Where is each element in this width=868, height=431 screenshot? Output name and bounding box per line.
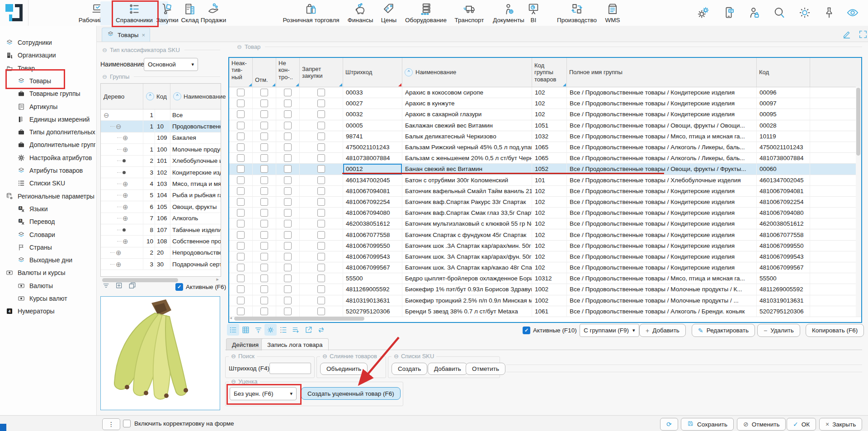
product-row[interactable]: 4811269005592Биокефир 1% пэт/бут 0.93л Б… <box>229 284 861 295</box>
cell-full-group[interactable]: Все / Продовольственные товары / Алкогол… <box>567 306 757 317</box>
cancel-button[interactable]: ⊘Отменить <box>737 418 786 431</box>
product-row[interactable]: 4810067099567Батончик шок. ЗА Спартак ка… <box>229 262 861 273</box>
user-lock-icon[interactable] <box>747 6 761 21</box>
edit-pencil-icon[interactable] <box>842 29 852 41</box>
cell-code[interactable]: 4750021101243 <box>757 142 810 153</box>
add-product-button[interactable]: + Добавить <box>639 324 686 337</box>
collapse-icon[interactable]: ⊖ <box>102 47 107 53</box>
product-row[interactable]: 4810067077558Батончик Спартак с фундуком… <box>229 229 861 240</box>
row-checkbox[interactable] <box>237 89 245 96</box>
markdown-select[interactable]: Без уцен. (F6) ▾ <box>230 387 297 400</box>
expand-node-icon[interactable]: ⊕ <box>123 180 128 187</box>
tree-filter-icon[interactable] <box>102 281 111 292</box>
row-checkbox[interactable] <box>260 264 268 271</box>
row-checkbox[interactable] <box>237 242 245 250</box>
pin-icon[interactable] <box>822 6 836 21</box>
barcode-search-input[interactable] <box>269 363 311 374</box>
cell-name[interactable]: Арахис в сахарной глазури <box>402 109 532 120</box>
cell-code[interactable]: 4810067099543 <box>757 251 810 262</box>
group-tree-row[interactable]: 2101Хлебобулочные изделия <box>101 156 221 167</box>
product-row[interactable]: 00033Арахис в кокосовом сиропе102Все / П… <box>229 87 861 98</box>
group-tree-row[interactable]: 8107Табачные изделия <box>101 224 221 236</box>
cell-group-code[interactable]: 102 <box>532 208 567 218</box>
expand-node-icon[interactable]: ⊕ <box>123 134 128 141</box>
row-checkbox[interactable] <box>317 308 325 315</box>
product-row[interactable]: 4810738007884Бальзам с женьшенем 20% 0,5… <box>229 153 861 164</box>
collapse-node-icon[interactable]: ⊖ <box>116 123 122 130</box>
cell-barcode[interactable]: 98741 <box>343 131 402 142</box>
row-checkbox[interactable] <box>317 110 325 118</box>
column-header-name[interactable]: ^Наименование <box>170 84 229 109</box>
collapse-icon[interactable]: ⊖ <box>102 73 107 80</box>
cell-barcode[interactable]: 4810067094080 <box>343 208 402 218</box>
ok-button[interactable]: ✓ОК <box>787 418 816 431</box>
collapse-icon[interactable]: ⊖ <box>231 353 236 360</box>
row-checkbox[interactable] <box>284 275 292 282</box>
sidebar-item-17[interactable]: Страны <box>17 242 95 253</box>
row-checkbox[interactable] <box>284 122 292 129</box>
cell-code[interactable]: 4810067092254 <box>757 197 810 208</box>
row-checkbox[interactable] <box>317 275 325 282</box>
expand-node-icon[interactable]: ⊕ <box>116 249 122 256</box>
cell-code[interactable]: 4810067077558 <box>757 229 810 240</box>
form-menu-button[interactable]: ⋮ <box>102 418 120 430</box>
row-checkbox[interactable] <box>284 308 292 315</box>
row-checkbox[interactable] <box>317 253 325 260</box>
row-checkbox[interactable] <box>284 143 292 151</box>
cell-group-code[interactable]: 102 <box>532 241 567 251</box>
cell-code[interactable]: 4601347002045 <box>757 175 810 186</box>
expand-node-icon[interactable]: ⊕ <box>123 192 128 199</box>
row-checkbox[interactable] <box>317 133 325 140</box>
column-header-name[interactable]: ^Наименование <box>402 58 532 87</box>
cell-code[interactable]: 00028 <box>757 120 810 131</box>
row-checkbox[interactable] <box>317 176 325 184</box>
row-checkbox[interactable] <box>317 297 325 304</box>
sidebar-item-7[interactable]: Единицы измерений <box>17 114 95 125</box>
sidebar-item-20[interactable]: Валюты <box>17 280 95 291</box>
cell-group-code[interactable]: 1065 <box>532 142 567 153</box>
sku-mark-button[interactable]: Отметить <box>466 363 505 375</box>
cell-full-group[interactable]: Все / Продовольственные товары / Овощи, … <box>567 120 757 131</box>
create-markdown-product-button[interactable]: Создать уцененный товар (F6) <box>301 387 401 400</box>
adjust-checkbox[interactable] <box>123 420 131 427</box>
cell-group-code[interactable]: 102 <box>532 251 567 262</box>
row-checkbox[interactable] <box>237 99 245 107</box>
row-checkbox[interactable] <box>260 165 268 173</box>
product-row[interactable]: 4810319013631Биокефир троицкий 2.5% п/п … <box>229 295 861 306</box>
cell-name[interactable]: Арахис в кунжуте <box>402 98 532 109</box>
row-checkbox[interactable] <box>317 285 325 293</box>
cell-code[interactable]: 10119 <box>757 131 810 142</box>
toolbar-item-14[interactable]: WMS <box>579 1 646 24</box>
row-checkbox[interactable] <box>317 187 325 195</box>
row-checkbox[interactable] <box>237 297 245 304</box>
row-checkbox[interactable] <box>237 198 245 206</box>
cell-code[interactable]: 4810067099567 <box>757 262 810 273</box>
sidebar-item-10[interactable]: Настройка атрибутов <box>17 152 95 163</box>
expand-node-icon[interactable]: ⊕ <box>116 261 122 268</box>
column-header-barcode[interactable]: Штрихкод <box>343 58 402 87</box>
product-row[interactable]: 98741Балык деликатесный Черкизово1032Все… <box>229 131 861 142</box>
row-checkbox[interactable] <box>237 285 245 293</box>
cell-full-group[interactable]: Все / Продовольственные товары / Мясо, п… <box>567 131 757 142</box>
cell-name[interactable]: Бренди 5 звезд 38% 0.7 л ст/бут Metaxa <box>402 306 532 317</box>
sidebar-item-6[interactable]: Артикулы <box>17 101 95 112</box>
cell-group-code[interactable]: 1032 <box>532 131 567 142</box>
row-checkbox[interactable] <box>284 253 292 260</box>
cell-name[interactable]: Арахис в кокосовом сиропе <box>402 87 532 98</box>
row-checkbox[interactable] <box>284 165 292 173</box>
cell-barcode[interactable]: 00033 <box>343 87 402 98</box>
feedback-icon[interactable] <box>722 6 736 21</box>
cell-barcode[interactable]: 4810067099543 <box>343 251 402 262</box>
group-tree-row[interactable]: ⊖110Продовольственные товары <box>101 121 221 132</box>
cell-name[interactable]: Бальзам с женьшенем 20% 0,5 л ст/бут Чер… <box>402 153 532 164</box>
cell-barcode[interactable]: 4811269005592 <box>343 284 402 295</box>
cell-barcode[interactable]: 4810067099567 <box>343 262 402 273</box>
column-header-code[interactable]: ^Код <box>143 84 170 109</box>
row-checkbox[interactable] <box>237 231 245 239</box>
collapse-icon[interactable]: ⊖ <box>322 353 327 360</box>
product-row[interactable]: 55500Бедро цыплят-бройлеров охлажденное … <box>229 273 861 284</box>
product-row[interactable]: 4810067092254Батончик ваф.Спартак Ракурс… <box>229 197 861 208</box>
row-checkbox[interactable] <box>317 242 325 250</box>
row-checkbox[interactable] <box>317 209 325 217</box>
delete-product-button[interactable]: − Удалить <box>757 324 800 337</box>
